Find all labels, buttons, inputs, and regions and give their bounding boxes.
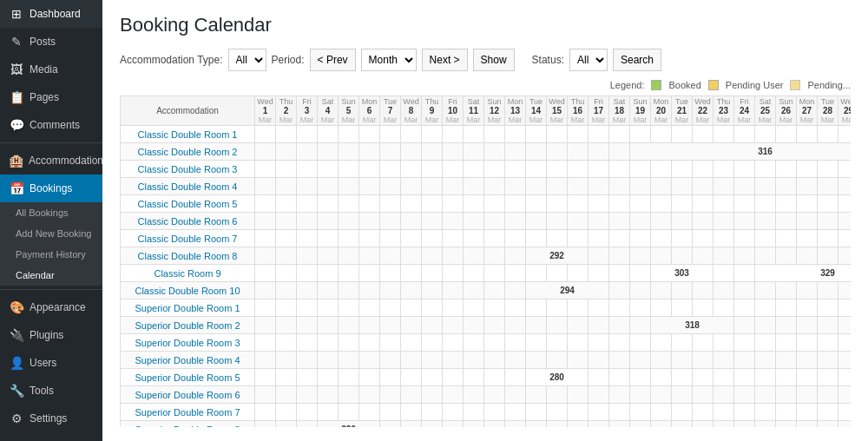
sidebar-item-settings[interactable]: ⚙ Settings xyxy=(0,405,102,432)
legend-pending-user-dot xyxy=(708,80,719,90)
booking-294[interactable]: 294 xyxy=(526,282,609,299)
empty-cell-2-27 xyxy=(797,161,818,178)
empty-cell-15-13 xyxy=(505,386,526,404)
sidebar-item-comments[interactable]: 💬 Comments xyxy=(0,111,102,139)
acc-type-select[interactable]: All xyxy=(228,49,266,71)
empty-cell-3-17 xyxy=(589,178,609,195)
empty-cell-14-9 xyxy=(422,369,443,386)
empty-cell-4-27 xyxy=(797,195,818,213)
sidebar-item-users[interactable]: 👤 Users xyxy=(0,349,102,377)
empty-cell-14-10 xyxy=(443,369,464,386)
booking-316[interactable]: 316 xyxy=(630,143,852,161)
empty-cell-10-12 xyxy=(484,299,505,317)
empty-cell-12-25 xyxy=(755,334,776,352)
empty-cell-15-24 xyxy=(734,386,755,404)
empty-cell-2-19 xyxy=(630,161,651,178)
booking-318[interactable]: 318 xyxy=(651,317,734,334)
empty-cell-13-11 xyxy=(464,352,484,369)
sidebar-item-posts[interactable]: ✎ Posts xyxy=(0,28,102,56)
empty-cell-5-15 xyxy=(547,213,568,230)
day-name-6: Tue7Mar xyxy=(380,96,401,126)
status-select[interactable]: All xyxy=(569,49,608,71)
empty-cell-10-21 xyxy=(672,299,693,317)
sidebar-item-add-new-booking[interactable]: Add New Booking xyxy=(0,223,102,244)
appearance-icon: 🎨 xyxy=(9,300,24,314)
booking-280[interactable]: 280 xyxy=(526,369,589,386)
sidebar-item-appearance[interactable]: 🎨 Appearance xyxy=(0,293,102,321)
sidebar-item-label: Appearance xyxy=(30,301,86,313)
empty-cell-17-14 xyxy=(526,421,547,428)
search-button[interactable]: Search xyxy=(613,49,661,71)
empty-cell-17-11 xyxy=(464,421,484,428)
period-select[interactable]: Month xyxy=(361,49,417,71)
booking-303[interactable]: 303 xyxy=(651,265,713,282)
empty-cell-2-10 xyxy=(443,161,464,178)
sidebar-collapse[interactable]: ◀ Collapse menu xyxy=(0,432,102,441)
empty-cell-3-20 xyxy=(651,178,672,195)
sidebar-item-label: Pages xyxy=(30,91,59,103)
sidebar-item-media[interactable]: 🖼 Media xyxy=(0,56,102,83)
sidebar-item-pages[interactable]: 📋 Pages xyxy=(0,83,102,111)
empty-cell-4-10 xyxy=(443,195,464,213)
empty-cell-4-6 xyxy=(359,195,380,213)
sidebar-item-dashboard[interactable]: ⊞ Dashboard xyxy=(0,0,102,28)
next-button[interactable]: Next > xyxy=(422,49,468,71)
empty-cell-6-13 xyxy=(505,230,526,247)
sidebar-item-accommodation[interactable]: 🏨 Accommodation xyxy=(0,147,102,174)
legend-pending-user-label: Pending User xyxy=(726,80,784,90)
room-name-5: Classic Double Room 6 xyxy=(121,213,255,230)
empty-cell-0-19 xyxy=(630,126,651,143)
empty-cell-4-26 xyxy=(776,195,797,213)
empty-cell-2-21 xyxy=(672,161,693,178)
sidebar-item-payment-history[interactable]: Payment History xyxy=(0,244,102,265)
empty-cell-3-12 xyxy=(484,178,505,195)
empty-cell-0-3 xyxy=(297,126,318,143)
booking-329[interactable]: 329 xyxy=(755,265,852,282)
empty-cell-2-15 xyxy=(547,161,568,178)
sidebar-item-plugins[interactable]: 🔌 Plugins xyxy=(0,321,102,349)
empty-cell-7-4 xyxy=(318,247,339,265)
empty-cell-16-21 xyxy=(672,404,693,421)
empty-cell-17-7 xyxy=(380,421,401,428)
sidebar-item-label: Media xyxy=(30,63,58,76)
room-name-12: Superior Double Room 3 xyxy=(121,334,255,352)
empty-cell-17-21 xyxy=(672,421,693,428)
sidebar-item-bookings[interactable]: 📅 Bookings xyxy=(0,174,102,202)
room-name-3: Classic Double Room 4 xyxy=(121,178,255,195)
day-name-26: Mon27Mar xyxy=(797,96,818,126)
sidebar-item-label: Posts xyxy=(30,36,56,48)
empty-cell-6-16 xyxy=(568,230,589,247)
empty-cell-10-20 xyxy=(651,299,672,317)
empty-cell-17-9 xyxy=(422,421,443,428)
room-name-14: Superior Double Room 5 xyxy=(121,369,255,386)
sidebar-item-tools[interactable]: 🔧 Tools xyxy=(0,377,102,405)
empty-cell-17-19 xyxy=(630,421,651,428)
booking-292[interactable]: 292 xyxy=(526,247,589,265)
prev-button[interactable]: < Prev xyxy=(310,49,356,71)
empty-cell-15-23 xyxy=(713,386,734,404)
empty-cell-7-7 xyxy=(380,247,401,265)
booking-236[interactable]: 236 xyxy=(318,421,380,428)
sidebar-item-calendar[interactable]: Calendar xyxy=(0,265,102,286)
sidebar-item-label: Comments xyxy=(30,119,80,131)
table-row: Classic Double Room 10294 xyxy=(121,282,852,299)
plugins-icon: 🔌 xyxy=(9,328,24,342)
day-name-2: Fri3Mar xyxy=(297,96,318,126)
show-button[interactable]: Show xyxy=(473,49,515,71)
empty-cell-5-20 xyxy=(651,213,672,230)
empty-cell-3-5 xyxy=(339,178,359,195)
sidebar-item-label: Tools xyxy=(30,385,54,397)
empty-cell-12-27 xyxy=(797,334,818,352)
empty-cell-0-17 xyxy=(589,126,609,143)
empty-cell-0-11 xyxy=(464,126,484,143)
empty-cell-11-14 xyxy=(526,317,547,334)
empty-cell-8-14 xyxy=(526,265,547,282)
empty-cell-5-21 xyxy=(672,213,693,230)
sidebar-item-all-bookings[interactable]: All Bookings xyxy=(0,202,102,223)
empty-cell-4-18 xyxy=(609,195,630,213)
empty-cell-5-3 xyxy=(297,213,318,230)
table-row: Superior Double Room 5280 xyxy=(121,369,852,386)
empty-cell-0-4 xyxy=(318,126,339,143)
empty-cell-13-7 xyxy=(380,352,401,369)
empty-cell-2-2 xyxy=(276,161,297,178)
